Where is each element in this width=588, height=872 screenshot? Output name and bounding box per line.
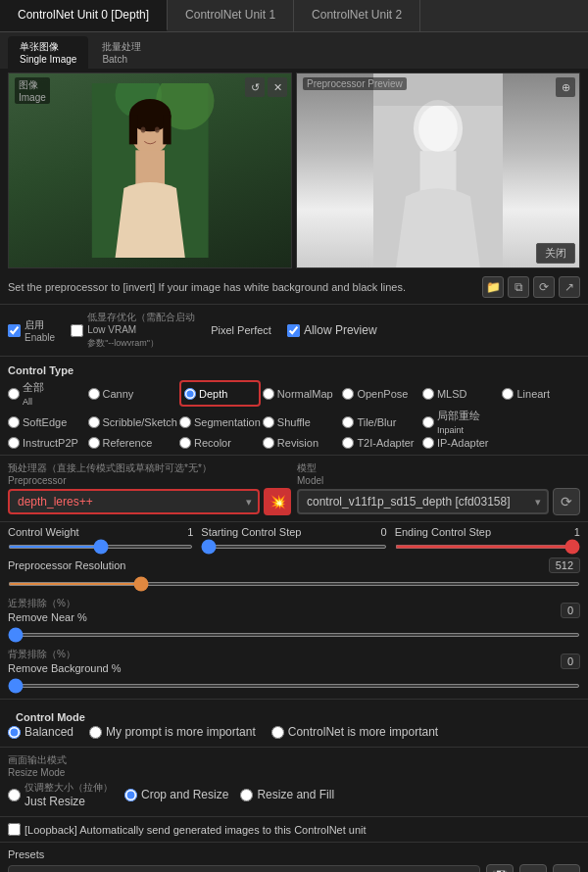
remove-near-row: 近景排除（%） Remove Near % 0	[0, 595, 588, 646]
preprocessor-model-row: 预处理器（直接上传模式图或草稿时可选*无*） Preprocessor dept…	[0, 458, 588, 519]
refresh-icon-btn[interactable]: ⟳	[533, 276, 555, 298]
preview-image-box: Preprocessor Preview ⊕ 关闭	[296, 73, 580, 268]
allow-preview-label[interactable]: Allow Preview	[287, 323, 377, 337]
run-preprocessor-btn[interactable]: 💥	[264, 488, 291, 515]
radio-lineart[interactable]: Lineart	[502, 380, 580, 407]
loopback-label: [Loopback] Automatically send generated …	[24, 824, 367, 836]
remove-bg-slider[interactable]	[8, 684, 580, 688]
radio-scribble[interactable]: Scribble/Sketch	[88, 409, 177, 435]
preprocessor-select-wrapper: depth_leres++ depth_leres depth_midas no…	[8, 489, 260, 514]
enable-checkbox[interactable]	[8, 324, 21, 337]
control-weight-slider[interactable]	[8, 545, 193, 549]
svg-point-8	[140, 126, 145, 132]
radio-revision[interactable]: Revision	[263, 437, 341, 449]
resize-mode-section: 画面输出模式 Resize Mode 仅调整大小（拉伸） Just Resize…	[0, 750, 588, 814]
radio-recolor[interactable]: Recolor	[179, 437, 261, 449]
preview-tools: ⊕	[556, 77, 575, 97]
image-area: 图像 Image ↺ ✕ Preprocessor Previe	[0, 69, 588, 272]
refresh-preset-btn[interactable]: ⟳	[553, 864, 580, 872]
resize-mode-label: 画面输出模式 Resize Mode	[8, 753, 580, 778]
svg-rect-7	[163, 116, 171, 145]
control-weight-col: Control Weight 1	[8, 526, 193, 552]
radio-inpaint[interactable]: 局部重绘Inpaint	[422, 409, 501, 435]
clear-btn[interactable]: ✕	[268, 77, 287, 97]
model-col: 模型 Model control_v11f1p_sd15_depth [cfd0…	[297, 461, 580, 515]
model-label: 模型 Model	[297, 461, 580, 486]
radio-instructp2p[interactable]: InstructP2P	[8, 437, 86, 449]
control-mode-label: Control Mode	[8, 705, 580, 725]
radio-ip-adapter[interactable]: IP-Adapter	[422, 437, 501, 449]
presets-label: Presets	[8, 848, 580, 860]
control-mode-options: Balanced My prompt is more important Con…	[8, 725, 580, 739]
lowvram-checkbox[interactable]	[71, 324, 83, 337]
preprocessor-res-row: Preprocessor Resolution 512	[0, 556, 588, 595]
loopback-row: [Loopback] Automatically send generated …	[0, 819, 588, 840]
radio-reference[interactable]: Reference	[88, 437, 177, 449]
delete-preset-btn[interactable]: 🗑	[519, 864, 547, 872]
enable-checkbox-label[interactable]: 启用 Enable	[8, 318, 55, 343]
radio-segmentation[interactable]: Segmentation	[179, 409, 261, 435]
radio-tileblur[interactable]: Tile/Blur	[342, 409, 420, 435]
folder-icon-btn[interactable]: 📁	[482, 276, 504, 298]
remove-near-slider[interactable]	[8, 633, 580, 637]
mode-balanced[interactable]: Balanced	[8, 725, 74, 739]
preprocessor-select[interactable]: depth_leres++ depth_leres depth_midas no…	[8, 489, 260, 514]
copy-icon-btn[interactable]: ⧉	[508, 276, 529, 298]
model-select[interactable]: control_v11f1p_sd15_depth [cfd03158] Non…	[297, 489, 549, 514]
radio-canny[interactable]: Canny	[88, 380, 177, 407]
refresh-model-btn[interactable]: ⟳	[553, 488, 580, 515]
control-type-grid: 全部All Canny Depth NormalMap OpenPose MLS…	[0, 378, 588, 453]
pixel-perfect-label: Pixel Perfect	[211, 324, 271, 336]
info-icon-row: 📁 ⧉ ⟳ ↗	[482, 276, 580, 298]
starting-step-slider[interactable]	[201, 545, 386, 549]
tab-unit-0[interactable]: ControlNet Unit 0 [Depth]	[0, 0, 168, 31]
model-select-wrapper: control_v11f1p_sd15_depth [cfd03158] Non…	[297, 489, 549, 514]
preview-tool-btn[interactable]: ⊕	[556, 77, 575, 97]
svg-rect-6	[129, 116, 137, 145]
radio-softedge[interactable]: SoftEdge	[8, 409, 86, 435]
top-tabs-bar: ControlNet Unit 0 [Depth] ControlNet Uni…	[0, 0, 588, 32]
presets-row: New Preset 💾 🗑 ⟳	[8, 864, 580, 872]
resize-options: 仅调整大小（拉伸） Just Resize Crop and Resize Re…	[8, 781, 580, 808]
undo-btn[interactable]: ↺	[245, 77, 265, 97]
radio-normalmap[interactable]: NormalMap	[263, 380, 341, 407]
svg-point-13	[418, 105, 458, 152]
preprocessor-res-slider[interactable]	[8, 582, 580, 586]
mode-controlnet[interactable]: ControlNet is more important	[271, 725, 438, 739]
remove-bg-row: 背景排除（%） Remove Background % 0	[0, 646, 588, 697]
info-text-row: Set the preprocessor to [invert] If your…	[0, 272, 588, 302]
radio-depth[interactable]: Depth	[179, 380, 261, 407]
preview-label: Preprocessor Preview	[303, 77, 407, 90]
tab-unit-2[interactable]: ControlNet Unit 2	[294, 0, 420, 31]
presets-select[interactable]: New Preset	[8, 865, 480, 872]
radio-openpose[interactable]: OpenPose	[342, 380, 420, 407]
save-preset-btn[interactable]: 💾	[486, 864, 514, 872]
input-image-box[interactable]: 图像 Image ↺ ✕	[8, 73, 292, 268]
presets-select-wrapper: New Preset	[8, 865, 480, 872]
close-preview-btn[interactable]: 关闭	[536, 243, 575, 264]
resize-just[interactable]: 仅调整大小（拉伸） Just Resize	[8, 781, 113, 808]
starting-step-col: Starting Control Step 0	[201, 526, 386, 552]
resize-fill[interactable]: Resize and Fill	[240, 788, 334, 801]
tab-single-image[interactable]: 单张图像 Single Image	[8, 36, 88, 69]
image-label: 图像 Image	[15, 77, 50, 104]
radio-mlsd[interactable]: MLSD	[422, 380, 501, 407]
radio-t2i[interactable]: T2I-Adapter	[342, 437, 420, 449]
tab-batch[interactable]: 批量处理 Batch	[90, 36, 153, 69]
loopback-checkbox[interactable]	[8, 823, 21, 836]
preprocessor-label: 预处理器（直接上传模式图或草稿时可选*无*） Preprocessor	[8, 461, 291, 486]
ending-step-col: Ending Control Step 1	[395, 526, 580, 552]
sub-tabs-bar: 单张图像 Single Image 批量处理 Batch	[0, 32, 588, 69]
allow-preview-checkbox[interactable]	[287, 324, 300, 337]
tab-unit-1[interactable]: ControlNet Unit 1	[168, 0, 294, 31]
radio-all[interactable]: 全部All	[8, 380, 86, 407]
presets-section: Presets New Preset 💾 🗑 ⟳	[0, 845, 588, 872]
svg-point-9	[155, 126, 160, 132]
resize-crop[interactable]: Crop and Resize	[124, 788, 228, 801]
radio-shuffle[interactable]: Shuffle	[263, 409, 341, 435]
arrow-icon-btn[interactable]: ↗	[559, 276, 580, 298]
lowvram-checkbox-label[interactable]: 低显存优化（需配合启动 Low VRAM 参数"--lowvram"）	[71, 311, 195, 350]
mode-my-prompt[interactable]: My prompt is more important	[89, 725, 256, 739]
image-tools: ↺ ✕	[245, 77, 287, 97]
ending-step-slider[interactable]	[395, 545, 580, 549]
